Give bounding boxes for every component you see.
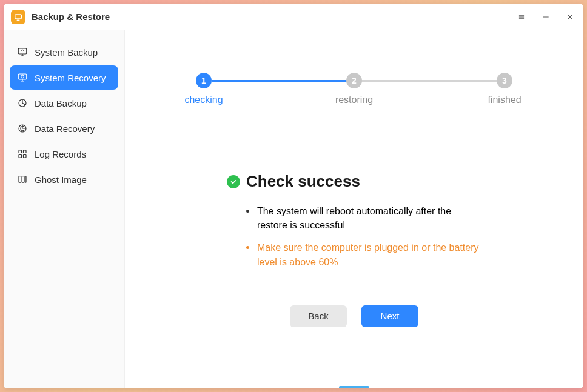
stepper: 1 checking 2 restoring 3 finished bbox=[179, 73, 529, 105]
pie-icon bbox=[17, 98, 28, 108]
sidebar-item-label: Data Backup bbox=[35, 98, 87, 108]
step-number: 2 bbox=[346, 73, 362, 88]
step-label: restoring bbox=[335, 95, 373, 105]
sidebar-item-label: Ghost Image bbox=[35, 174, 87, 185]
svg-rect-7 bbox=[18, 48, 27, 54]
app-icon bbox=[11, 10, 25, 24]
app-window: Backup & Restore bbox=[4, 4, 583, 388]
sidebar: System Backup System Recovery Data bbox=[4, 30, 125, 388]
svg-rect-14 bbox=[24, 155, 27, 158]
sidebar-item-system-backup[interactable]: System Backup bbox=[10, 40, 118, 64]
minimize-icon[interactable] bbox=[540, 11, 552, 23]
result-notes: The system will reboot automatically aft… bbox=[227, 204, 481, 269]
columns-icon bbox=[17, 174, 28, 185]
step-finished: 3 finished bbox=[480, 73, 529, 105]
body-area: System Backup System Recovery Data bbox=[4, 30, 583, 388]
app-title: Backup & Restore bbox=[32, 12, 515, 22]
svg-rect-17 bbox=[25, 176, 27, 183]
sidebar-item-system-recovery[interactable]: System Recovery bbox=[10, 65, 118, 90]
bottom-accent bbox=[339, 386, 369, 388]
step-checking: 1 checking bbox=[179, 73, 228, 105]
sidebar-item-label: System Recovery bbox=[35, 73, 106, 83]
sidebar-item-label: Data Recovery bbox=[35, 124, 95, 134]
monitor-refresh-icon bbox=[17, 47, 28, 58]
step-restoring: 2 restoring bbox=[330, 73, 378, 105]
result-title: Check success bbox=[246, 172, 360, 191]
pie-refresh-icon bbox=[17, 123, 28, 134]
svg-rect-0 bbox=[15, 14, 22, 18]
step-label: checking bbox=[184, 95, 223, 105]
sidebar-item-label: System Backup bbox=[35, 47, 98, 58]
window-controls bbox=[515, 11, 576, 23]
result-title-row: Check success bbox=[227, 172, 481, 191]
result-area: Check success The system will reboot aut… bbox=[227, 172, 481, 327]
step-number: 3 bbox=[497, 73, 512, 88]
main-content: 1 checking 2 restoring 3 finished bbox=[125, 30, 583, 388]
menu-icon[interactable] bbox=[515, 11, 528, 23]
step-number: 1 bbox=[196, 73, 212, 88]
back-button[interactable]: Back bbox=[290, 305, 347, 327]
titlebar: Backup & Restore bbox=[4, 4, 583, 30]
check-success-icon bbox=[227, 175, 240, 188]
grid-icon bbox=[17, 148, 28, 159]
sidebar-item-ghost-image[interactable]: Ghost Image bbox=[10, 167, 118, 191]
svg-rect-15 bbox=[19, 176, 21, 183]
sidebar-item-log-records[interactable]: Log Records bbox=[10, 142, 118, 166]
svg-rect-12 bbox=[24, 150, 27, 153]
sidebar-item-data-backup[interactable]: Data Backup bbox=[10, 91, 118, 115]
step-label: finished bbox=[488, 95, 521, 105]
svg-rect-11 bbox=[19, 150, 22, 153]
sidebar-item-label: Log Records bbox=[35, 149, 86, 159]
close-icon[interactable] bbox=[564, 11, 576, 23]
result-warning: Make sure the computer is plugged in or … bbox=[246, 241, 481, 268]
svg-rect-16 bbox=[22, 176, 24, 183]
next-button[interactable]: Next bbox=[361, 305, 418, 327]
monitor-recover-icon bbox=[17, 72, 28, 83]
button-row: Back Next bbox=[227, 305, 481, 327]
result-note: The system will reboot automatically aft… bbox=[246, 204, 481, 232]
svg-rect-13 bbox=[19, 155, 22, 158]
sidebar-item-data-recovery[interactable]: Data Recovery bbox=[10, 116, 118, 141]
